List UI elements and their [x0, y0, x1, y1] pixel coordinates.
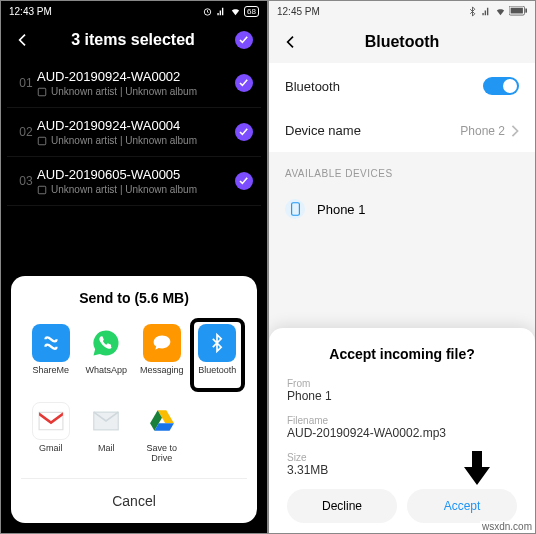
track-sub: Unknown artist | Unknown album	[37, 184, 227, 195]
share-sheet: Send to (5.6 MB) ShareMe WhatsApp	[11, 276, 257, 523]
svg-rect-8	[291, 203, 299, 215]
track-row[interactable]: 01 AUD-20190924-WA0002 Unknown artist | …	[7, 59, 261, 108]
gmail-icon	[32, 402, 70, 440]
share-label: Mail	[98, 444, 115, 464]
alarm-icon	[202, 6, 213, 17]
device-name: Phone 1	[317, 202, 365, 217]
share-label: Bluetooth	[198, 366, 236, 386]
track-num: 01	[15, 76, 37, 90]
track-check[interactable]	[235, 172, 253, 190]
wifi-icon	[495, 6, 506, 17]
drive-icon	[143, 402, 181, 440]
bluetooth-header: Bluetooth	[269, 21, 535, 63]
share-item-mail[interactable]: Mail	[81, 398, 133, 468]
device-row[interactable]: Phone 1	[269, 187, 535, 231]
bluetooth-icon	[198, 324, 236, 362]
selection-header: 3 items selected	[1, 21, 267, 59]
status-icons	[467, 6, 527, 17]
share-item-shareme[interactable]: ShareMe	[25, 320, 77, 390]
share-item-drive[interactable]: Save to Drive	[136, 398, 188, 468]
annotation-arrow-icon	[457, 447, 497, 487]
status-time: 12:43 PM	[9, 6, 52, 17]
statusbar-left: 12:43 PM 68	[1, 1, 267, 21]
share-label: ShareMe	[32, 366, 69, 386]
phone-device-icon	[285, 199, 305, 219]
messaging-icon	[143, 324, 181, 362]
svg-rect-2	[38, 137, 46, 145]
status-time: 12:45 PM	[277, 6, 320, 17]
phone-left: 12:43 PM 68 3 items selected 01 AUD-2019…	[0, 0, 268, 534]
setting-value: Phone 2	[460, 124, 505, 138]
track-row[interactable]: 02 AUD-20190924-WA0004 Unknown artist | …	[7, 108, 261, 157]
track-num: 02	[15, 125, 37, 139]
from-label: From	[287, 378, 517, 389]
chevron-right-icon	[511, 125, 519, 137]
music-square-icon	[37, 136, 47, 146]
signal-icon	[481, 6, 492, 17]
filename-label: Filename	[287, 415, 517, 426]
share-item-whatsapp[interactable]: WhatsApp	[81, 320, 133, 390]
track-title: AUD-20190924-WA0004	[37, 118, 227, 133]
incoming-file-dialog: Accept incoming file? From Phone 1 Filen…	[269, 328, 535, 533]
share-label: Messaging	[140, 366, 184, 386]
share-label: Save to Drive	[146, 444, 177, 464]
track-sub: Unknown artist | Unknown album	[37, 86, 227, 97]
share-item-bluetooth[interactable]: Bluetooth	[192, 320, 244, 390]
from-value: Phone 1	[287, 389, 517, 403]
track-title: AUD-20190605-WA0005	[37, 167, 227, 182]
settings-list: Bluetooth Device name Phone 2	[269, 63, 535, 152]
track-check[interactable]	[235, 74, 253, 92]
status-icons: 68	[202, 6, 259, 17]
setting-label: Device name	[285, 123, 460, 138]
watermark: wsxdn.com	[480, 521, 534, 532]
filename-value: AUD-20190924-WA0002.mp3	[287, 426, 517, 440]
battery-icon	[509, 6, 527, 16]
track-title: AUD-20190924-WA0002	[37, 69, 227, 84]
share-item-messaging[interactable]: Messaging	[136, 320, 188, 390]
svg-rect-6	[511, 8, 523, 14]
battery-icon: 68	[244, 6, 259, 17]
bluetooth-toggle[interactable]	[483, 77, 519, 95]
shareme-icon	[32, 324, 70, 362]
track-sub: Unknown artist | Unknown album	[37, 135, 227, 146]
svg-rect-3	[38, 186, 46, 194]
share-label: Gmail	[39, 444, 63, 464]
phone-right: 12:45 PM Bluetooth Bluetooth Device name…	[268, 0, 536, 534]
share-item-gmail[interactable]: Gmail	[25, 398, 77, 468]
back-icon[interactable]	[15, 32, 31, 48]
select-all-check[interactable]	[235, 31, 253, 49]
statusbar-right: 12:45 PM	[269, 1, 535, 21]
accept-button[interactable]: Accept	[407, 489, 517, 523]
mail-icon	[87, 402, 125, 440]
decline-button[interactable]: Decline	[287, 489, 397, 523]
share-grid: ShareMe WhatsApp Messaging	[21, 320, 247, 468]
track-num: 03	[15, 174, 37, 188]
bluetooth-toggle-row[interactable]: Bluetooth	[269, 63, 535, 109]
music-square-icon	[37, 87, 47, 97]
svg-rect-1	[38, 88, 46, 96]
music-square-icon	[37, 185, 47, 195]
wifi-icon	[230, 6, 241, 17]
device-name-row[interactable]: Device name Phone 2	[269, 109, 535, 152]
svg-rect-7	[525, 9, 527, 13]
track-row[interactable]: 03 AUD-20190605-WA0005 Unknown artist | …	[7, 157, 261, 206]
setting-label: Bluetooth	[285, 79, 483, 94]
share-label: WhatsApp	[85, 366, 127, 386]
back-icon[interactable]	[283, 34, 299, 50]
track-check[interactable]	[235, 123, 253, 141]
cancel-button[interactable]: Cancel	[21, 478, 247, 523]
selection-title: 3 items selected	[31, 31, 235, 49]
track-list: 01 AUD-20190924-WA0002 Unknown artist | …	[1, 59, 267, 206]
available-devices-section: AVAILABLE DEVICES	[269, 152, 535, 187]
share-title: Send to (5.6 MB)	[21, 290, 247, 306]
signal-icon	[216, 6, 227, 17]
bluetooth-status-icon	[467, 6, 478, 17]
page-title: Bluetooth	[299, 33, 521, 51]
incoming-title: Accept incoming file?	[287, 346, 517, 362]
whatsapp-icon	[87, 324, 125, 362]
